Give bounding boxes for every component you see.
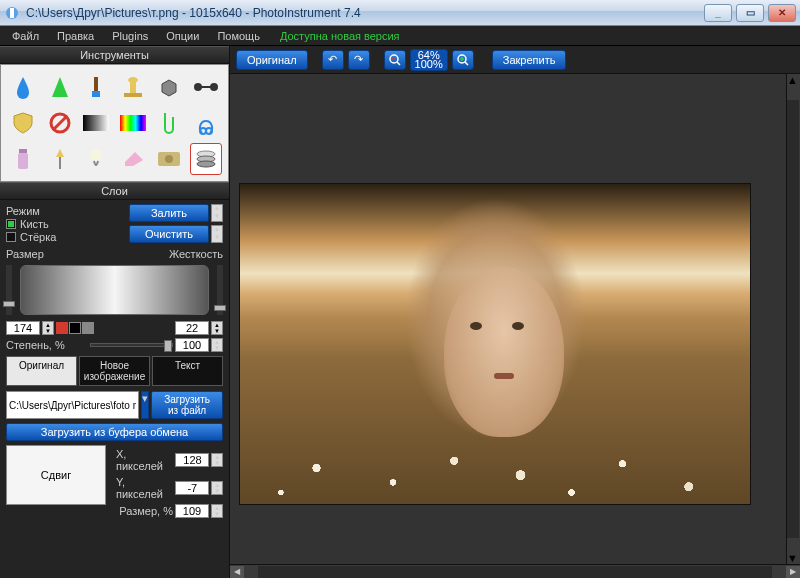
svg-rect-17 (19, 149, 27, 153)
tool-clip-green[interactable] (153, 107, 185, 139)
fill-button[interactable]: Залить (129, 204, 209, 222)
vertical-scrollbar[interactable]: ▲▼ (786, 74, 800, 564)
horizontal-scrollbar[interactable]: ◀▶ (230, 564, 800, 578)
path-dropdown[interactable]: ▾ (141, 391, 149, 419)
menu-edit[interactable]: Правка (49, 28, 102, 44)
svg-point-15 (206, 128, 212, 134)
tool-nored[interactable] (44, 107, 76, 139)
tool-barbell[interactable] (190, 71, 222, 103)
swatch-black[interactable] (69, 322, 81, 334)
clear-options[interactable]: ▲▼ (211, 225, 223, 243)
canvas-viewport[interactable] (230, 74, 786, 564)
tool-cone[interactable] (44, 71, 76, 103)
fill-options[interactable]: ▲▼ (211, 204, 223, 222)
sizepct-input[interactable] (175, 504, 209, 518)
menu-plugins[interactable]: Plugins (104, 28, 156, 44)
svg-rect-18 (59, 157, 61, 169)
x-label: X, пикселей (116, 448, 173, 472)
y-input[interactable] (175, 481, 209, 495)
mode-eraser-checkbox[interactable]: Стёрка (6, 231, 56, 243)
svg-line-25 (397, 62, 400, 65)
undo-button[interactable]: ↶ (322, 50, 344, 70)
tool-brush[interactable] (80, 71, 112, 103)
y-spinner[interactable]: ▲▼ (211, 481, 223, 495)
pin-button[interactable]: Закрепить (492, 50, 567, 70)
opacity-slider[interactable] (90, 343, 174, 347)
sidebar: Инструменты Слои Режим (0, 46, 230, 578)
app-icon (4, 5, 20, 21)
zoom-in-button[interactable] (452, 50, 474, 70)
tool-money[interactable] (153, 143, 185, 175)
x-input[interactable] (175, 453, 209, 467)
layers-panel-title: Слои (0, 182, 229, 200)
menu-help[interactable]: Помощь (209, 28, 268, 44)
svg-rect-4 (124, 93, 142, 97)
tool-eraser[interactable] (117, 143, 149, 175)
tool-jar[interactable] (7, 143, 39, 175)
path-input[interactable] (6, 391, 139, 419)
load-clipboard-button[interactable]: Загрузить из буфера обмена (6, 423, 223, 441)
svg-point-6 (128, 77, 138, 83)
svg-point-20 (165, 155, 173, 163)
tool-layers[interactable] (190, 143, 222, 175)
tool-stamp[interactable] (117, 71, 149, 103)
shift-control[interactable]: Сдвиг (6, 445, 106, 505)
tool-clip-blue[interactable] (190, 107, 222, 139)
original-button[interactable]: Оригинал (236, 50, 308, 70)
svg-rect-3 (92, 91, 100, 97)
y-label: Y, пикселей (116, 476, 173, 500)
close-button[interactable]: ✕ (768, 4, 796, 22)
hardness-spinner[interactable]: ▲▼ (211, 321, 223, 335)
hardness-input[interactable] (175, 321, 209, 335)
tool-grad-rainbow[interactable] (117, 107, 149, 139)
x-spinner[interactable]: ▲▼ (211, 453, 223, 467)
svg-rect-16 (18, 153, 28, 169)
tools-panel-title: Инструменты (0, 46, 229, 64)
swatch-red[interactable] (56, 322, 68, 334)
tool-pin-yellow[interactable] (44, 143, 76, 175)
canvas-image (240, 184, 750, 504)
menubar: Файл Правка Plugins Опции Помощь Доступн… (0, 26, 800, 46)
tool-shield[interactable] (7, 107, 39, 139)
size-input[interactable] (6, 321, 40, 335)
color-swatches[interactable] (56, 322, 94, 334)
hardness-slider[interactable] (217, 265, 223, 315)
redo-button[interactable]: ↷ (348, 50, 370, 70)
maximize-button[interactable]: ▭ (736, 4, 764, 22)
svg-line-28 (465, 62, 468, 65)
opacity-spinner[interactable]: ▲▼ (211, 338, 223, 352)
tool-drop[interactable] (7, 71, 39, 103)
size-label: Размер (6, 248, 44, 260)
tool-grad-bw[interactable] (80, 107, 112, 139)
tool-bulb[interactable] (80, 143, 112, 175)
hardness-label: Жесткость (169, 248, 223, 260)
opacity-input[interactable] (175, 338, 209, 352)
svg-rect-1 (10, 8, 14, 18)
clear-button[interactable]: Очистить (129, 225, 209, 243)
svg-rect-13 (120, 115, 146, 131)
tab-new-image[interactable]: Новое изображение (79, 356, 150, 386)
swatch-gray[interactable] (82, 322, 94, 334)
size-slider[interactable] (6, 265, 12, 315)
menu-options[interactable]: Опции (158, 28, 207, 44)
canvas-area: Оригинал ↶ ↷ 64%100% Закрепить ▲▼ ◀▶ (230, 46, 800, 578)
svg-line-11 (53, 116, 67, 130)
brush-preview (20, 265, 209, 315)
tool-cube[interactable] (153, 71, 185, 103)
svg-point-23 (197, 161, 215, 167)
size-spinner[interactable]: ▲▼ (42, 321, 54, 335)
zoom-out-button[interactable] (384, 50, 406, 70)
canvas-toolbar: Оригинал ↶ ↷ 64%100% Закрепить (230, 46, 800, 74)
zoom-display[interactable]: 64%100% (410, 49, 448, 71)
sizepct-spinner[interactable]: ▲▼ (211, 504, 223, 518)
svg-rect-2 (94, 77, 98, 91)
tab-original[interactable]: Оригинал (6, 356, 77, 386)
menu-file[interactable]: Файл (4, 28, 47, 44)
svg-rect-12 (83, 115, 109, 131)
update-link[interactable]: Доступна новая версия (280, 30, 400, 42)
load-file-button[interactable]: Загрузить из файл (151, 391, 223, 419)
mode-brush-checkbox[interactable]: Кисть (6, 218, 56, 230)
minimize-button[interactable]: _ (704, 4, 732, 22)
window-titlebar: C:\Users\Друг\Pictures\т.png - 1015x640 … (0, 0, 800, 26)
tab-text[interactable]: Текст (152, 356, 223, 386)
